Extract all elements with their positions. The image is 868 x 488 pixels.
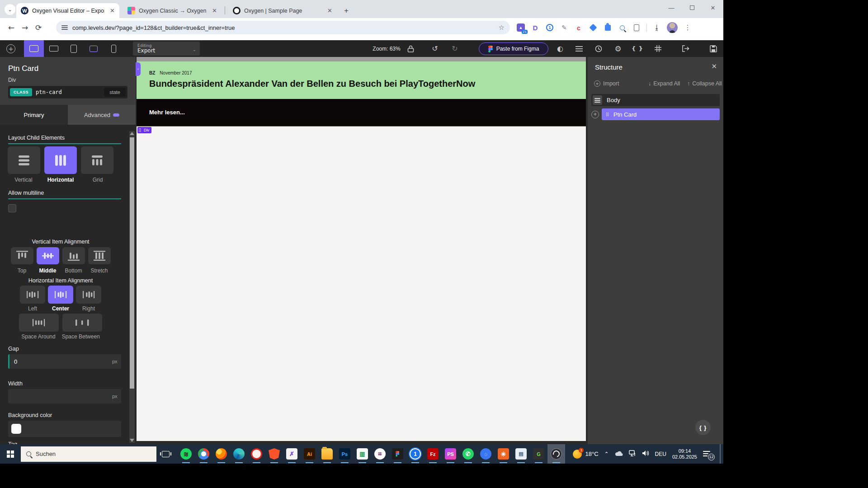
volume-icon[interactable] (642, 450, 649, 458)
site-info-icon[interactable] (61, 24, 68, 31)
tree-node-body[interactable]: Body (591, 94, 720, 106)
editor-pen-extension-icon[interactable]: ✎ (560, 23, 569, 32)
clipboard-extension-icon[interactable] (632, 23, 641, 32)
search-lens-extension-icon[interactable] (618, 23, 627, 32)
import-button[interactable]: + Import (594, 80, 619, 87)
taskbar-app-design-tool[interactable]: ✗ (283, 444, 301, 464)
taskbar-app-signal[interactable]: ◌ (477, 444, 495, 464)
selected-ptn-card-element[interactable]: Div (137, 126, 586, 441)
scrollbar-thumb[interactable] (130, 137, 134, 389)
drag-handle-icon[interactable] (606, 113, 609, 117)
taskbar-app-burst-tool[interactable]: ✳ (495, 444, 512, 464)
halign-space-between-button[interactable] (62, 314, 102, 332)
redo-button[interactable]: ↻ (447, 40, 463, 57)
theme-contrast-button[interactable]: ◐ (552, 40, 568, 57)
taskbar-app-filezilla[interactable]: Fz (424, 444, 442, 464)
layout-horizontal-button[interactable] (44, 146, 77, 174)
taskbar-app-chart-doc[interactable]: ▥ (354, 444, 371, 464)
code-braces-button[interactable]: { } (629, 40, 646, 57)
halign-space-around-button[interactable] (19, 314, 59, 332)
panel-scrollbar[interactable] (129, 131, 135, 443)
new-tab-button[interactable]: + (340, 5, 352, 17)
back-button[interactable]: ← (5, 21, 18, 34)
tab-close-icon[interactable]: ✕ (326, 7, 332, 14)
read-more-link[interactable]: Mehr lesen... (149, 109, 185, 116)
color-swatch[interactable] (11, 424, 21, 434)
browser-menu-icon[interactable]: ⋮ (683, 23, 692, 32)
downloads-icon[interactable]: ⭳ (652, 23, 661, 32)
collapse-all-button[interactable]: ↑ Collapse All (687, 80, 722, 87)
task-view-button[interactable] (156, 444, 175, 464)
class-input-bar[interactable]: CLASS ptn-card state (8, 86, 127, 99)
history-button[interactable] (590, 40, 607, 57)
editing-template-dropdown[interactable]: Editing Export ⌄ (133, 42, 200, 56)
1password-extension-icon[interactable]: 1 (545, 23, 554, 32)
halign-right-button[interactable] (76, 286, 101, 304)
network-icon[interactable] (629, 450, 636, 458)
device-desktop-button[interactable] (24, 40, 44, 57)
taskbar-app-greenshot[interactable]: G (530, 444, 547, 464)
valign-middle-button[interactable] (37, 247, 59, 264)
paste-from-figma-button[interactable]: Paste from Figma (479, 42, 548, 55)
drag-handle-icon[interactable] (139, 128, 142, 132)
onedrive-cloud-icon[interactable] (615, 450, 623, 458)
valign-stretch-button[interactable] (88, 247, 111, 264)
tab-close-icon[interactable]: ✕ (210, 7, 217, 14)
layout-grid-button[interactable] (81, 146, 113, 174)
tower-extension-icon[interactable]: ▲ 21 (516, 23, 525, 32)
minimize-button[interactable]: — (661, 0, 682, 15)
taskbar-app-illustrator[interactable]: Ai (301, 444, 318, 464)
notification-center[interactable]: 12 (703, 450, 712, 458)
taskbar-app-phpstorm[interactable]: PS (442, 444, 459, 464)
show-desktop-button[interactable] (720, 444, 721, 464)
url-text[interactable]: comp.levels.dev/?page_id=128&ct_builder=… (72, 24, 494, 31)
tab-oxygen-classic[interactable]: Oxygen Classic → Oxygen 6 Co ✕ (123, 3, 222, 18)
tree-node-ptn-card[interactable]: Ptn Card (602, 108, 720, 120)
dashlane-extension-icon[interactable]: D (531, 23, 540, 32)
valign-bottom-button[interactable] (62, 247, 85, 264)
taskbar-search[interactable]: Suchen (21, 446, 156, 462)
forward-button[interactable]: → (18, 21, 32, 34)
hidden-icons-chevron[interactable]: ⌃ (604, 451, 609, 457)
gap-input[interactable] (8, 354, 121, 369)
clock[interactable]: 09:14 02.05.2025 (672, 448, 697, 460)
taskbar-app-spotify[interactable] (177, 444, 195, 464)
taskbar-app-notes[interactable]: ▤ (512, 444, 530, 464)
valign-top-button[interactable] (11, 247, 33, 264)
profile-avatar[interactable] (667, 22, 678, 33)
taskbar-app-whatsapp[interactable]: ✆ (459, 444, 477, 464)
width-input[interactable] (8, 389, 121, 404)
halign-center-button[interactable] (48, 286, 73, 304)
taskbar-app-photoshop[interactable]: Ps (336, 444, 354, 464)
grid-button[interactable] (650, 40, 666, 57)
tab-oxygen-editor[interactable]: W Oxygen Visual Editor – Export – ✕ (16, 3, 119, 18)
taskbar-app-obs-studio[interactable] (547, 444, 565, 464)
reload-button[interactable]: ⟳ (32, 21, 45, 34)
code-view-button[interactable]: { } (695, 420, 711, 435)
undo-button[interactable]: ↺ (427, 40, 443, 57)
taskbar-app-slack[interactable]: ⌗ (371, 444, 389, 464)
exit-builder-button[interactable] (677, 40, 693, 57)
scroll-up-icon[interactable] (130, 132, 134, 135)
settings-gear-button[interactable]: ⚙ (610, 40, 626, 57)
layout-vertical-button[interactable] (8, 146, 40, 174)
colorzilla-extension-icon[interactable]: c (574, 23, 583, 32)
selected-element-badge[interactable]: Div (137, 127, 151, 133)
tab-advanced[interactable]: Advanced (68, 105, 136, 125)
add-element-button[interactable]: + (2, 40, 20, 57)
taskbar-app-chrome[interactable] (195, 444, 212, 464)
address-bar[interactable]: comp.levels.dev/?page_id=128&ct_builder=… (56, 21, 510, 34)
weather-widget[interactable]: 1 18°C (573, 450, 598, 459)
tab-primary[interactable]: Primary (0, 105, 68, 125)
list-view-button[interactable] (571, 40, 587, 57)
panel-collapse-handle[interactable]: ‹ (136, 62, 141, 76)
scroll-down-icon[interactable] (130, 439, 134, 442)
expand-all-button[interactable]: ↓ Expand All (648, 80, 680, 87)
taskbar-app-1password[interactable]: 1 (406, 444, 424, 464)
taskbar-app-opera[interactable] (248, 444, 265, 464)
tab-sample-page[interactable]: Oxygen | Sample Page ✕ (228, 3, 337, 18)
bookmark-star-icon[interactable]: ☆ (499, 23, 505, 32)
taskbar-app-brave[interactable] (265, 444, 283, 464)
device-tablet-button[interactable] (64, 40, 84, 57)
device-tablet-landscape-button[interactable] (84, 40, 104, 57)
